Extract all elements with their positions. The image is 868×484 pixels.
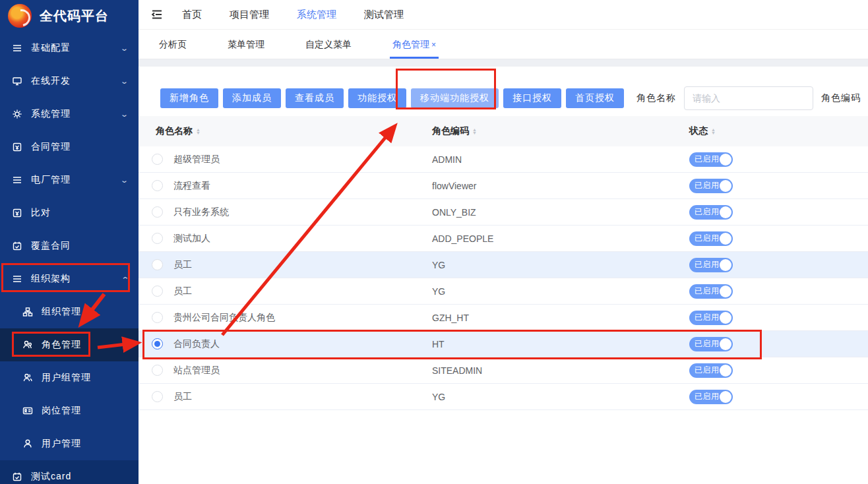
- role-name: 流程查看: [173, 180, 210, 192]
- nav-item-system-mgmt[interactable]: 系统管理: [297, 9, 336, 21]
- row-radio[interactable]: [152, 154, 163, 165]
- sidebar-item-org-mgmt[interactable]: 组织管理: [0, 295, 139, 328]
- toggle-knob: [720, 391, 731, 403]
- chevron-up-icon: ⌄: [120, 275, 129, 284]
- table-row[interactable]: 合同负责人HT已启用: [139, 331, 868, 357]
- toggle-knob: [720, 338, 731, 350]
- row-radio[interactable]: [152, 180, 163, 191]
- status-toggle[interactable]: 已启用: [689, 337, 733, 351]
- logo-icon: [8, 4, 32, 28]
- add-role-button[interactable]: 新增角色: [160, 88, 218, 108]
- sidebar-item-plant-mgmt[interactable]: 电厂管理 ⌄: [0, 164, 139, 197]
- menu-icon: [12, 175, 22, 185]
- role-code: HT: [432, 339, 689, 349]
- table-row[interactable]: 员工YG已启用: [139, 384, 868, 410]
- table-row[interactable]: 贵州公司合同负责人角色GZH_HT已启用: [139, 305, 868, 331]
- status-toggle[interactable]: 已启用: [689, 152, 733, 167]
- role-code: YG: [432, 260, 689, 270]
- status-label: 已启用: [695, 206, 720, 218]
- status-toggle[interactable]: 已启用: [689, 390, 733, 404]
- view-members-button[interactable]: 查看成员: [286, 88, 344, 108]
- nav-item-home[interactable]: 首页: [182, 9, 202, 21]
- collapse-menu-icon[interactable]: [150, 8, 164, 21]
- status-label: 已启用: [695, 233, 720, 244]
- sort-icon[interactable]: ▲▼: [711, 128, 716, 135]
- tab-menu-mgmt[interactable]: 菜单管理: [225, 39, 267, 59]
- toggle-knob: [720, 233, 731, 245]
- nav-item-test-mgmt[interactable]: 测试管理: [364, 9, 404, 21]
- sort-icon[interactable]: ▲▼: [472, 128, 477, 135]
- function-auth-button[interactable]: 功能授权: [348, 88, 406, 108]
- toggle-knob: [720, 180, 731, 192]
- toolbar: 新增角色 添加成员 查看成员 功能授权 移动端功能授权 接口授权 首页授权 角色…: [139, 67, 868, 116]
- status-toggle[interactable]: 已启用: [689, 258, 733, 272]
- status-toggle[interactable]: 已启用: [689, 363, 733, 378]
- sidebar-item-test-card[interactable]: 测试card: [0, 460, 139, 484]
- table-body: 超级管理员ADMIN已启用流程查看flowViewer已启用只有业务系统ONLY…: [139, 146, 868, 410]
- status-toggle[interactable]: 已启用: [689, 311, 733, 325]
- table-row[interactable]: 测试加人ADD_PEOPLE已启用: [139, 226, 868, 252]
- status-label: 已启用: [695, 365, 720, 376]
- row-radio[interactable]: [152, 365, 163, 376]
- role-icon: [22, 340, 33, 350]
- status-toggle[interactable]: 已启用: [689, 284, 733, 299]
- table-row[interactable]: 超级管理员ADMIN已启用: [139, 146, 868, 173]
- tab-role-mgmt[interactable]: 角色管理×: [390, 39, 439, 59]
- table-row[interactable]: 只有业务系统ONLY_BIZ已启用: [139, 199, 868, 226]
- table-row[interactable]: 员工YG已启用: [139, 252, 868, 278]
- tab-custom-menu[interactable]: 自定义菜单: [303, 39, 354, 59]
- sidebar-item-usergroup-mgmt[interactable]: 用户组管理: [0, 361, 139, 394]
- chevron-down-icon: ⌄: [120, 44, 129, 53]
- row-radio[interactable]: [152, 233, 163, 244]
- role-name: 测试加人: [173, 233, 210, 245]
- role-name: 员工: [173, 259, 192, 271]
- mobile-function-auth-button[interactable]: 移动端功能授权: [411, 88, 499, 108]
- tab-analysis[interactable]: 分析页: [156, 39, 189, 59]
- table-row[interactable]: 流程查看flowViewer已启用: [139, 173, 868, 199]
- sort-icon[interactable]: ▲▼: [196, 128, 201, 135]
- role-name: 员工: [173, 286, 192, 297]
- sidebar-item-basic-config[interactable]: 基础配置 ⌄: [0, 32, 139, 65]
- sidebar-item-contract-mgmt[interactable]: 合同管理: [0, 131, 139, 164]
- row-radio[interactable]: [152, 286, 163, 297]
- role-name: 只有业务系统: [173, 206, 229, 218]
- role-name: 超级管理员: [173, 154, 220, 166]
- role-name-input[interactable]: [684, 86, 813, 110]
- sidebar-item-position-mgmt[interactable]: 岗位管理: [0, 394, 139, 427]
- status-toggle[interactable]: 已启用: [689, 231, 733, 246]
- contract-icon: [12, 208, 22, 218]
- row-radio[interactable]: [152, 391, 163, 402]
- api-auth-button[interactable]: 接口授权: [503, 88, 561, 108]
- row-radio[interactable]: [152, 206, 163, 218]
- status-label: 已启用: [695, 338, 720, 349]
- sidebar-item-compare[interactable]: 比对: [0, 197, 139, 229]
- status-toggle[interactable]: 已启用: [689, 205, 733, 220]
- home-auth-button[interactable]: 首页授权: [566, 88, 624, 108]
- content-area: 首页 项目管理 系统管理 测试管理 分析页 菜单管理 自定义菜单 角色管理× 新…: [139, 0, 868, 484]
- filter-group: 角色名称 角色编码: [629, 86, 868, 110]
- app-title: 全代码平台: [40, 7, 109, 25]
- sidebar-item-role-mgmt[interactable]: 角色管理: [0, 328, 139, 361]
- role-code: GZH_HT: [432, 313, 689, 323]
- row-radio[interactable]: [152, 338, 163, 349]
- close-tab-icon[interactable]: ×: [431, 40, 436, 49]
- role-code: flowViewer: [432, 181, 689, 191]
- sidebar-item-online-dev[interactable]: 在线开发 ⌄: [0, 65, 139, 98]
- status-toggle[interactable]: 已启用: [689, 179, 733, 193]
- sidebar-item-user-mgmt[interactable]: 用户管理: [0, 427, 139, 460]
- menu-icon: [12, 274, 22, 284]
- toggle-knob: [720, 206, 731, 218]
- main-panel: 新增角色 添加成员 查看成员 功能授权 移动端功能授权 接口授权 首页授权 角色…: [139, 67, 868, 410]
- role-name: 合同负责人: [173, 338, 220, 350]
- table-row[interactable]: 站点管理员SITEADMIN已启用: [139, 357, 868, 384]
- add-member-button[interactable]: 添加成员: [223, 88, 281, 108]
- divider: [139, 59, 868, 67]
- table-row[interactable]: 员工YG已启用: [139, 278, 868, 305]
- sidebar-item-system-mgmt[interactable]: 系统管理 ⌄: [0, 98, 139, 131]
- calendar-icon: [12, 471, 22, 482]
- row-radio[interactable]: [152, 259, 163, 270]
- row-radio[interactable]: [152, 312, 163, 323]
- sidebar-item-cover-contract[interactable]: 覆盖合同: [0, 229, 139, 262]
- nav-item-project-mgmt[interactable]: 项目管理: [230, 9, 269, 21]
- sidebar-item-org-structure[interactable]: 组织架构 ⌄: [0, 262, 139, 295]
